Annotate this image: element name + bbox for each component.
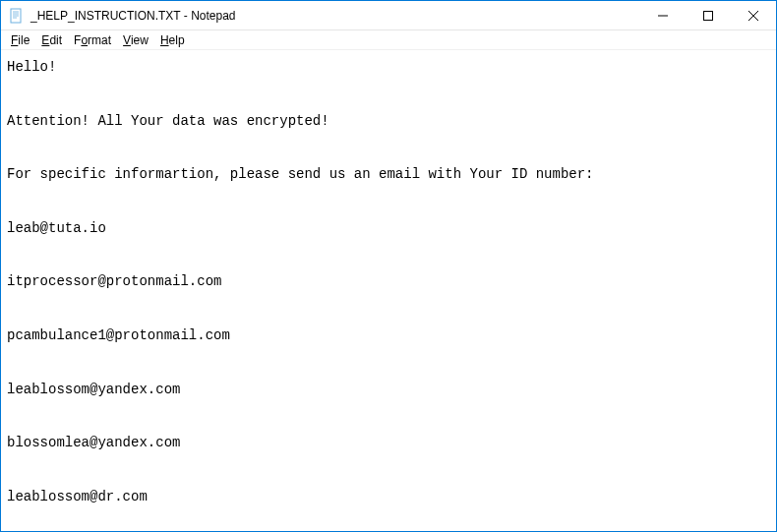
text-line: leab@tuta.io (7, 220, 106, 236)
text-line: Attention! All Your data was encrypted! (7, 113, 329, 129)
notepad-window: _HELP_INSTRUCTION.TXT - Notepad File Edi… (0, 0, 777, 532)
close-button[interactable] (731, 1, 776, 30)
text-line: leablossom@yandex.com (7, 382, 180, 397)
text-line: pcambulance1@protonmail.com (7, 327, 230, 343)
svg-rect-6 (704, 11, 713, 20)
text-line: blossomlea@yandex.com (7, 435, 180, 450)
titlebar[interactable]: _HELP_INSTRUCTION.TXT - Notepad (1, 1, 776, 30)
notepad-icon (9, 8, 25, 24)
window-title: _HELP_INSTRUCTION.TXT - Notepad (30, 9, 640, 23)
menu-file[interactable]: File (5, 32, 35, 48)
text-line: Hello! (7, 59, 56, 75)
menubar: File Edit Format View Help (1, 30, 776, 50)
window-controls (640, 1, 776, 30)
text-line: leablossom@dr.com (7, 489, 148, 504)
text-line: itprocessor@protonmail.com (7, 273, 221, 289)
minimize-button[interactable] (640, 1, 686, 30)
maximize-button[interactable] (686, 1, 731, 30)
text-line: For specific informartion, please send u… (7, 166, 594, 182)
menu-help[interactable]: Help (154, 32, 191, 48)
menu-view[interactable]: View (117, 32, 154, 48)
text-area[interactable]: Hello! Attention! All Your data was encr… (1, 50, 776, 531)
menu-format[interactable]: Format (68, 32, 117, 48)
menu-edit[interactable]: Edit (35, 32, 68, 48)
